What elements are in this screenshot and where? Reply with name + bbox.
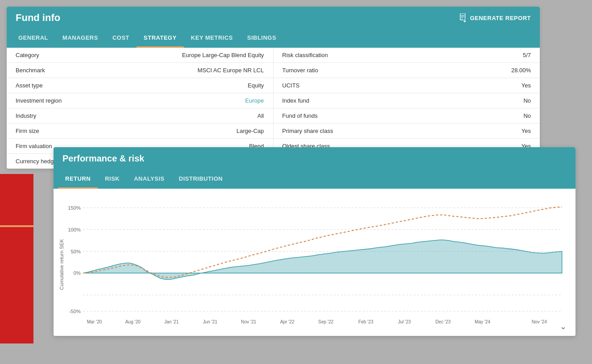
cell-turnover: Turnover ratio 28.00%: [273, 63, 540, 78]
table-row: Benchmark MSCI AC Europe NR LCL Turnover…: [7, 63, 540, 78]
chart-area: Cumulative return SEK 150% 100% 50% 0% -…: [54, 189, 575, 336]
svg-text:50%: 50%: [70, 249, 80, 254]
cell-label-risk: Risk classification: [282, 52, 354, 58]
svg-text:150%: 150%: [68, 205, 81, 211]
cell-index-fund: Index fund No: [273, 93, 540, 108]
table-row: Investment region Europe Index fund No: [7, 93, 540, 108]
svg-text:Dec '23: Dec '23: [435, 319, 451, 324]
svg-text:Nov '24: Nov '24: [532, 319, 547, 324]
performance-chart: Cumulative return SEK 150% 100% 50% 0% -…: [58, 198, 571, 331]
svg-text:Feb '23: Feb '23: [358, 319, 373, 324]
fund-info-card: Fund info GENERATE REPORT GENERAL MANAGE…: [7, 7, 540, 169]
perf-title: Performance & risk: [62, 153, 144, 163]
cell-value-firm-size: Large-Cap: [236, 128, 264, 134]
perf-header: Performance & risk: [54, 147, 575, 170]
cell-label-investment-region: Investment region: [16, 97, 87, 104]
red-sidebar-line: [0, 225, 33, 227]
svg-text:-50%: -50%: [69, 309, 81, 314]
svg-text:Apr '22: Apr '22: [280, 319, 294, 324]
svg-text:Cumulative return SEK: Cumulative return SEK: [59, 239, 64, 290]
cell-value-risk: 5/7: [523, 52, 531, 58]
cell-label-turnover: Turnover ratio: [282, 67, 354, 74]
tab-risk[interactable]: RISK: [98, 170, 127, 189]
fund-info-title: Fund info: [16, 12, 60, 24]
cell-category: Category Europe Large-Cap Blend Equity: [7, 48, 273, 62]
generate-report-label: GENERATE REPORT: [470, 15, 531, 21]
cell-label-index-fund: Index fund: [282, 97, 354, 104]
cell-value-industry: All: [257, 112, 264, 119]
tab-analysis[interactable]: ANALYSIS: [127, 170, 172, 189]
tab-general[interactable]: GENERAL: [11, 29, 55, 48]
cell-value-benchmark: MSCI AC Europe NR LCL: [198, 67, 264, 74]
cell-fund-of-funds: Fund of funds No: [273, 108, 540, 123]
fund-info-header: Fund info GENERATE REPORT: [7, 7, 540, 29]
cell-asset-type: Asset type Equity: [7, 78, 273, 93]
tab-siblings[interactable]: SIBLINGS: [240, 29, 283, 48]
cell-label-asset-type: Asset type: [16, 82, 87, 89]
fund-tabs: GENERAL MANAGERS COST STRATEGY KEY METRI…: [7, 29, 540, 48]
svg-text:Nov '21: Nov '21: [241, 319, 256, 324]
red-sidebar: [0, 174, 33, 343]
svg-text:Aug '20: Aug '20: [125, 319, 141, 324]
cell-value-fund-of-funds: No: [523, 112, 531, 119]
tab-key-metrics[interactable]: KEY METRICS: [184, 29, 240, 48]
cell-benchmark: Benchmark MSCI AC Europe NR LCL: [7, 63, 273, 78]
perf-tabs: RETURN RISK ANALYSIS DISTRIBUTION: [54, 170, 575, 189]
svg-text:Mar '20: Mar '20: [87, 319, 102, 324]
cell-firm-size: Firm size Large-Cap: [7, 124, 273, 138]
tab-return[interactable]: RETURN: [58, 170, 98, 189]
table-row: Asset type Equity UCITS Yes: [7, 78, 540, 93]
table-row: Firm size Large-Cap Primary share class …: [7, 124, 540, 139]
cell-risk-classification: Risk classification 5/7: [273, 48, 540, 62]
cell-investment-region: Investment region Europe: [7, 93, 273, 108]
svg-text:Jul '23: Jul '23: [398, 319, 411, 324]
cell-value-category: Europe Large-Cap Blend Equity: [182, 52, 264, 58]
cell-value-investment-region[interactable]: Europe: [245, 97, 264, 104]
svg-text:Jun '21: Jun '21: [203, 319, 218, 324]
cell-label-benchmark: Benchmark: [16, 67, 87, 74]
cell-value-primary-share: Yes: [522, 128, 531, 134]
performance-risk-card: Performance & risk RETURN RISK ANALYSIS …: [54, 147, 575, 336]
tab-managers[interactable]: MANAGERS: [55, 29, 105, 48]
cell-value-ucits: Yes: [522, 82, 531, 89]
tab-strategy[interactable]: STRATEGY: [137, 29, 184, 48]
svg-text:100%: 100%: [68, 227, 81, 232]
cell-value-index-fund: No: [523, 97, 531, 104]
cell-label-fund-of-funds: Fund of funds: [282, 112, 354, 119]
cell-label-firm-size: Firm size: [16, 128, 87, 134]
svg-text:May '24: May '24: [475, 319, 491, 324]
tab-cost[interactable]: COST: [105, 29, 137, 48]
svg-text:0%: 0%: [74, 270, 81, 276]
cell-primary-share: Primary share class Yes: [273, 124, 540, 138]
generate-report-button[interactable]: GENERATE REPORT: [459, 13, 531, 22]
cell-ucits: UCITS Yes: [273, 78, 540, 93]
cell-label-industry: Industry: [16, 112, 87, 119]
chevron-down-icon[interactable]: ⌄: [560, 322, 567, 331]
cell-label-ucits: UCITS: [282, 82, 354, 89]
cell-value-turnover: 28.00%: [511, 67, 531, 74]
tab-distribution[interactable]: DISTRIBUTION: [172, 170, 230, 189]
svg-text:Jan '21: Jan '21: [164, 319, 179, 324]
table-row: Category Europe Large-Cap Blend Equity R…: [7, 48, 540, 63]
cell-label-primary-share: Primary share class: [282, 128, 354, 134]
table-row: Industry All Fund of funds No: [7, 108, 540, 124]
cell-label-category: Category: [16, 52, 87, 58]
cell-value-asset-type: Equity: [248, 82, 264, 89]
cell-industry: Industry All: [7, 108, 273, 123]
svg-text:Sep '22: Sep '22: [318, 319, 333, 324]
report-icon: [459, 13, 467, 22]
